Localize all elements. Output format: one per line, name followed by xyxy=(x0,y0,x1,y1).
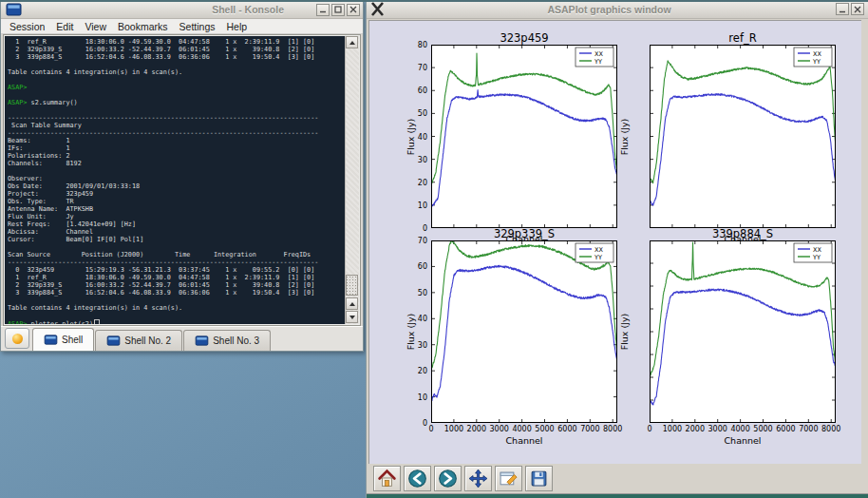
pan-icon xyxy=(468,469,488,488)
save-button[interactable] xyxy=(525,466,553,491)
plot-axes: XXYY xyxy=(650,45,836,228)
window-title: ASAPlot graphics window xyxy=(385,4,834,15)
y-tick-label: 0 xyxy=(406,224,427,233)
chart-title: ref_R xyxy=(650,31,836,45)
menu-item-view[interactable]: View xyxy=(79,21,112,32)
save-icon xyxy=(529,469,549,488)
terminal-line: Obs. Type: TR xyxy=(8,198,345,205)
menu-bar: SessionEditViewBookmarksSettingsHelp xyxy=(1,19,363,34)
asaplot-titlebar[interactable]: ASAPlot graphics window xyxy=(367,0,868,19)
shell-tab-icon xyxy=(106,335,121,346)
terminal-line: ----------------------------------------… xyxy=(8,129,345,137)
terminal-line: 2 329p339_S 16:00:33.2 -52.44.39.7 06:01… xyxy=(8,46,345,53)
plot-axes: XXYY xyxy=(431,240,617,423)
scroll-down-button[interactable] xyxy=(346,311,358,323)
konsole-app-icon xyxy=(6,3,22,16)
plot-axes: XXYY xyxy=(431,45,617,228)
terminal-line: ASAP> s2.summary() xyxy=(8,99,345,106)
y-tick-label: 20 xyxy=(406,179,427,187)
maximize-icon xyxy=(334,6,342,13)
svg-text:YY: YY xyxy=(594,58,602,66)
subplots-button[interactable] xyxy=(495,466,522,491)
home-button[interactable] xyxy=(373,466,401,491)
terminal-line: 3 339p884_S 16:52:04.6 -46.08.33.9 06:36… xyxy=(8,53,345,61)
y-tick-label: 70 xyxy=(406,64,427,72)
screen-edge xyxy=(0,0,868,2)
menu-item-bookmarks[interactable]: Bookmarks xyxy=(112,21,174,32)
y-tick-label: 50 xyxy=(406,109,427,118)
minimize-button[interactable] xyxy=(836,3,849,15)
minimize-icon xyxy=(839,6,846,13)
x-tick-label: 8000 xyxy=(817,425,845,433)
terminal-line xyxy=(8,106,345,114)
legend: XXYY xyxy=(794,48,832,67)
svg-text:YY: YY xyxy=(812,254,821,261)
y-tick-label: 50 xyxy=(406,289,427,297)
terminal-scrollbar[interactable] xyxy=(345,36,359,324)
svg-text:XX: XX xyxy=(813,246,821,254)
terminal-output[interactable]: 1 ref_R 18:30:06.0 -49.59.30.0 04:47:58 … xyxy=(5,36,345,324)
forward-button[interactable] xyxy=(434,466,462,491)
svg-text:XX: XX xyxy=(813,50,821,58)
legend: XXYY xyxy=(794,243,832,262)
menu-item-edit[interactable]: Edit xyxy=(50,21,79,32)
terminal-line: Cursor: Beam[0] IF[0] Pol[1] xyxy=(8,236,345,243)
shell-tab-icon xyxy=(44,335,58,345)
y-axis-label: Flux (Jy) xyxy=(619,314,630,351)
subplots-icon xyxy=(499,469,519,488)
x-tick-label: 8000 xyxy=(598,425,627,433)
back-icon xyxy=(407,469,427,488)
menu-item-session[interactable]: Session xyxy=(4,21,50,32)
scroll-up-button-bottom[interactable] xyxy=(346,297,358,310)
close-button[interactable] xyxy=(851,3,864,15)
terminal-line: 2 329p339_S 16:00:33.2 -52.44.39.7 06:01… xyxy=(8,281,345,289)
y-tick-label: 10 xyxy=(406,201,427,210)
chart-title: 323p459 xyxy=(431,31,617,45)
legend: XXYY xyxy=(576,243,613,262)
terminal-line xyxy=(8,297,345,304)
pan-button[interactable] xyxy=(464,466,492,491)
svg-text:YY: YY xyxy=(594,254,602,261)
x-axis-label: Channel xyxy=(650,435,836,446)
home-icon xyxy=(377,469,397,488)
new-session-button[interactable] xyxy=(5,328,29,349)
legend: XXYY xyxy=(576,48,613,67)
menu-item-settings[interactable]: Settings xyxy=(174,21,221,32)
tab-label: Shell No. 2 xyxy=(124,335,171,346)
terminal-line: Rest Freqs: [1.42041e+09] [Hz] xyxy=(8,220,345,228)
terminal-frame: 1 ref_R 18:30:06.0 -49.59.30.0 04:47:58 … xyxy=(3,34,361,326)
terminal-line: 1 ref_R 18:30:06.0 -49.59.30.0 04:47:58 … xyxy=(8,274,345,281)
close-button[interactable] xyxy=(347,4,360,16)
window-title: Shell - Konsole xyxy=(22,4,314,15)
y-axis-label: Flux (Jy) xyxy=(619,118,630,155)
plot-toolbar xyxy=(368,464,868,493)
minimize-button[interactable] xyxy=(316,4,330,16)
tab-label: Shell No. 3 xyxy=(213,335,259,346)
tab-shell-no-3[interactable]: Shell No. 3 xyxy=(183,330,271,351)
y-tick-label: 60 xyxy=(406,262,427,271)
tab-shell-no-2[interactable]: Shell No. 2 xyxy=(95,330,182,351)
back-button[interactable] xyxy=(404,466,431,491)
tab-shell[interactable]: Shell xyxy=(32,328,94,351)
terminal-line: ASAP> xyxy=(8,84,345,91)
close-icon xyxy=(349,6,357,13)
konsole-titlebar[interactable]: Shell - Konsole xyxy=(1,1,363,19)
x11-app-icon xyxy=(370,2,385,16)
chart-title: 339p884_S xyxy=(650,227,836,240)
terminal-line: Flux Unit: Jy xyxy=(8,213,345,220)
terminal-line xyxy=(8,91,345,99)
minimize-icon xyxy=(319,6,327,13)
terminal-line xyxy=(8,61,345,68)
terminal-line: Table contains 4 integration(s) in 4 sca… xyxy=(8,304,345,312)
arrow-down-icon xyxy=(349,316,355,319)
svg-text:XX: XX xyxy=(594,50,603,58)
scrollbar-thumb[interactable] xyxy=(346,275,358,296)
maximize-button[interactable] xyxy=(331,4,345,16)
plot-figure-canvas[interactable]: 323p459Channel01020304050607080Flux (Jy)… xyxy=(368,20,861,465)
terminal-line: Project: 323p459 xyxy=(8,190,345,198)
scroll-up-button[interactable] xyxy=(346,36,358,48)
y-tick-label: 70 xyxy=(406,237,427,245)
terminal-line: 1 ref_R 18:30:06.0 -49.59.30.0 04:47:58 … xyxy=(8,38,345,46)
terminal-line: ----------------------------------------… xyxy=(8,114,345,122)
menu-item-help[interactable]: Help xyxy=(221,21,254,32)
